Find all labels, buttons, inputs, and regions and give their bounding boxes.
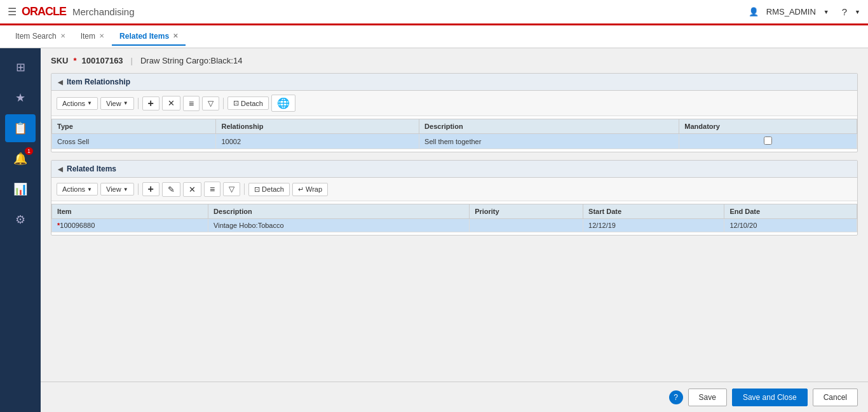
bottom-bar: ? Save Save and Close Cancel bbox=[41, 382, 868, 412]
help-caret[interactable]: ▼ bbox=[855, 9, 860, 15]
sku-indicator: * bbox=[73, 56, 76, 65]
ir-separator-2 bbox=[223, 98, 224, 109]
item-relationship-panel: ◀ Item Relationship Actions ▼ View ▼ + ✕… bbox=[51, 73, 858, 152]
item-relationship-title: Item Relationship bbox=[67, 77, 130, 86]
ir-view-button[interactable]: View ▼ bbox=[100, 97, 134, 110]
ir-col-relationship: Relationship bbox=[216, 119, 419, 134]
ri-item-indicator: * bbox=[57, 222, 60, 229]
ir-detach-icon: ⊡ bbox=[233, 99, 239, 107]
ri-wrap-label: Wrap bbox=[306, 185, 322, 193]
item-relationship-toolbar: Actions ▼ View ▼ + ✕ ≡ ▽ ⊡ Detach bbox=[51, 91, 857, 116]
related-items-header[interactable]: ◀ Related Items bbox=[51, 161, 857, 178]
ri-filter-button[interactable]: ▽ bbox=[223, 182, 240, 196]
ir-table-header-row: Type Relationship Description Mandatory bbox=[52, 119, 857, 134]
ri-cell-priority bbox=[470, 219, 583, 232]
sku-number: 100107163 bbox=[82, 56, 123, 65]
ri-edit-button[interactable]: ✎ bbox=[162, 182, 180, 197]
ri-actions-label: Actions bbox=[62, 185, 85, 193]
table-row[interactable]: *100096880 Vintage Hobo:Tobacco 12/12/19… bbox=[52, 219, 857, 232]
ri-view-button[interactable]: View ▼ bbox=[100, 183, 134, 196]
sidebar-item-notifications[interactable]: 🔔 1 bbox=[5, 145, 36, 173]
sidebar-item-reports[interactable]: 📊 bbox=[5, 175, 36, 203]
save-button[interactable]: Save bbox=[688, 389, 727, 406]
sku-description: Draw String Cargo:Black:14 bbox=[140, 56, 242, 65]
ir-filter-button[interactable]: ▽ bbox=[202, 96, 219, 110]
ir-detach-label: Detach bbox=[241, 100, 263, 107]
ri-separator-2 bbox=[244, 183, 245, 195]
ri-col-priority: Priority bbox=[470, 204, 583, 219]
cancel-button[interactable]: Cancel bbox=[813, 389, 858, 406]
ir-globe-button[interactable]: 🌐 bbox=[271, 95, 295, 112]
ir-cell-mandatory[interactable] bbox=[679, 134, 857, 149]
ir-view-caret: ▼ bbox=[123, 100, 128, 106]
tab-item-search-close[interactable]: ✕ bbox=[60, 32, 65, 39]
sku-separator: | bbox=[131, 56, 133, 65]
main-content: SKU * 100107163 | Draw String Cargo:Blac… bbox=[41, 48, 868, 412]
ri-col-end-date: End Date bbox=[724, 204, 857, 219]
ri-col-description: Description bbox=[208, 204, 470, 219]
ir-separator-1 bbox=[138, 98, 139, 109]
tab-related-items-close[interactable]: ✕ bbox=[173, 32, 178, 39]
item-relationship-table: Type Relationship Description Mandatory … bbox=[51, 119, 857, 149]
ir-columns-button[interactable]: ≡ bbox=[183, 96, 200, 111]
ir-cell-type: Cross Sell bbox=[52, 134, 216, 149]
ri-cell-description: Vintage Hobo:Tobacco bbox=[208, 219, 470, 232]
collapse-arrow-ir: ◀ bbox=[58, 79, 63, 86]
related-items-panel: ◀ Related Items Actions ▼ View ▼ + ✎ ✕ ≡ bbox=[51, 160, 858, 236]
user-icon: 👤 bbox=[749, 7, 759, 17]
ir-filter-icon: ▽ bbox=[208, 99, 214, 108]
ri-actions-button[interactable]: Actions ▼ bbox=[57, 183, 98, 196]
sidebar-item-tasks[interactable]: 📋 bbox=[5, 114, 36, 142]
tab-related-items-label: Related Items bbox=[119, 32, 169, 41]
help-button[interactable]: ? bbox=[669, 390, 683, 404]
ir-add-button[interactable]: + bbox=[142, 96, 159, 110]
related-items-table: Item Description Priority Start Date End… bbox=[51, 204, 857, 232]
ir-actions-button[interactable]: Actions ▼ bbox=[57, 97, 98, 110]
ri-columns-button[interactable]: ≡ bbox=[204, 182, 220, 197]
ri-view-label: View bbox=[106, 185, 121, 193]
table-row[interactable]: Cross Sell 10002 Sell them together bbox=[52, 134, 857, 149]
ri-delete-button[interactable]: ✕ bbox=[183, 182, 201, 197]
ri-wrap-button[interactable]: ↵ Wrap bbox=[292, 183, 328, 196]
tab-item[interactable]: Item ✕ bbox=[73, 28, 112, 46]
user-name[interactable]: RMS_ADMIN bbox=[766, 7, 816, 17]
sku-label: SKU bbox=[51, 56, 68, 65]
ir-col-type: Type bbox=[52, 119, 216, 134]
ri-separator-1 bbox=[138, 183, 139, 195]
ri-view-caret: ▼ bbox=[123, 187, 128, 192]
ir-mandatory-checkbox[interactable] bbox=[764, 136, 772, 145]
tab-related-items[interactable]: Related Items ✕ bbox=[112, 28, 186, 46]
ri-detach-button[interactable]: ⊡ Detach bbox=[248, 183, 290, 196]
ri-add-button[interactable]: + bbox=[142, 182, 159, 196]
sidebar-item-favorites[interactable]: ★ bbox=[5, 84, 36, 112]
save-close-button[interactable]: Save and Close bbox=[732, 389, 808, 406]
ir-actions-label: Actions bbox=[62, 100, 85, 107]
ir-delete-button[interactable]: ✕ bbox=[162, 96, 180, 110]
sku-header: SKU * 100107163 | Draw String Cargo:Blac… bbox=[51, 56, 858, 65]
ri-cell-end-date: 12/10/20 bbox=[724, 219, 857, 232]
sidebar-item-settings[interactable]: ⚙ bbox=[5, 206, 36, 234]
oracle-logo: ORACLE bbox=[22, 5, 66, 18]
tab-item-label: Item bbox=[81, 32, 95, 41]
hamburger-icon[interactable]: ☰ bbox=[8, 6, 17, 18]
ri-table-container: Item Description Priority Start Date End… bbox=[51, 201, 857, 235]
ri-detach-icon: ⊡ bbox=[254, 185, 260, 194]
ri-wrap-icon: ↵ bbox=[298, 185, 304, 194]
related-items-toolbar: Actions ▼ View ▼ + ✎ ✕ ≡ ▽ ⊡ Detach bbox=[51, 178, 857, 201]
ri-actions-caret: ▼ bbox=[87, 187, 92, 192]
sidebar-item-grid[interactable]: ⊞ bbox=[5, 53, 36, 81]
ri-table-header-row: Item Description Priority Start Date End… bbox=[52, 204, 857, 219]
help-icon[interactable]: ? bbox=[842, 6, 847, 17]
tab-bar: Item Search ✕ Item ✕ Related Items ✕ bbox=[0, 25, 868, 48]
user-caret[interactable]: ▼ bbox=[824, 9, 829, 15]
ir-cell-description: Sell them together bbox=[419, 134, 679, 149]
tab-item-search-label: Item Search bbox=[15, 32, 57, 41]
ir-detach-button[interactable]: ⊡ Detach bbox=[227, 96, 269, 110]
tab-item-search[interactable]: Item Search ✕ bbox=[8, 28, 73, 46]
item-relationship-header[interactable]: ◀ Item Relationship bbox=[51, 74, 857, 91]
ri-cell-item: *100096880 bbox=[52, 219, 208, 232]
ir-view-label: View bbox=[106, 100, 121, 107]
tab-item-close[interactable]: ✕ bbox=[99, 32, 104, 39]
ir-col-mandatory: Mandatory bbox=[679, 119, 857, 134]
top-header: ☰ ORACLE Merchandising 👤 RMS_ADMIN ▼ ? ▼ bbox=[0, 0, 868, 25]
